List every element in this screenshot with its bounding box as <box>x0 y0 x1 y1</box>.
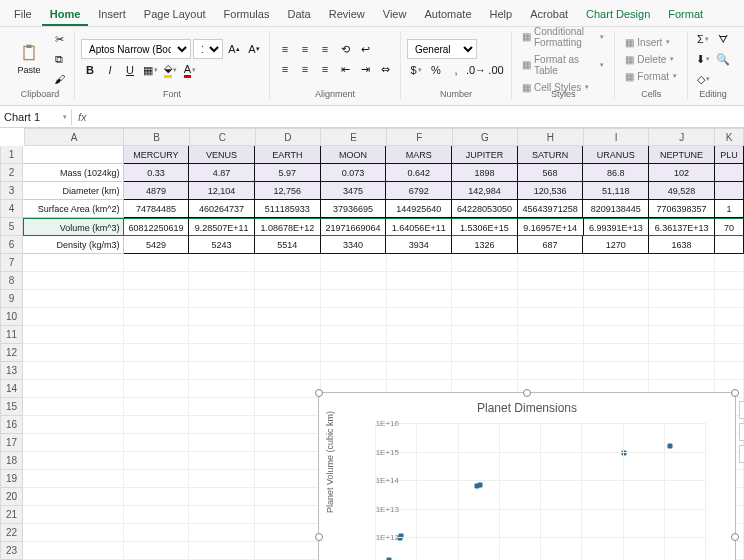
cell[interactable] <box>23 344 123 362</box>
cell[interactable]: 70 <box>715 218 744 236</box>
cell[interactable] <box>124 488 190 506</box>
cell[interactable] <box>584 272 650 290</box>
row-header-1[interactable]: 1 <box>0 146 23 164</box>
bold-button[interactable]: B <box>81 61 99 79</box>
cell[interactable] <box>387 254 453 272</box>
cell[interactable] <box>189 308 255 326</box>
cell[interactable] <box>518 308 584 326</box>
cell[interactable]: 3934 <box>386 236 452 254</box>
cell[interactable]: 64228053050 <box>452 200 518 218</box>
cell[interactable]: 12,756 <box>255 182 321 200</box>
cell[interactable] <box>23 254 123 272</box>
cell[interactable]: SATURN <box>518 146 584 164</box>
cell[interactable] <box>649 272 715 290</box>
cell[interactable] <box>321 290 387 308</box>
data-point[interactable] <box>667 444 672 449</box>
cell[interactable]: 0.073 <box>321 164 387 182</box>
cell[interactable] <box>255 254 321 272</box>
cell[interactable] <box>23 308 123 326</box>
cell[interactable] <box>584 362 650 380</box>
cell[interactable]: MOON <box>321 146 387 164</box>
cell[interactable]: 1326 <box>452 236 518 254</box>
row-header-5[interactable]: 5 <box>0 218 23 236</box>
percent-button[interactable]: % <box>427 61 445 79</box>
cell[interactable]: 5.97 <box>255 164 321 182</box>
cell[interactable] <box>321 362 387 380</box>
chart-elements-button[interactable]: + <box>739 401 744 419</box>
cell[interactable]: NEPTUNE <box>649 146 715 164</box>
cell[interactable]: 4879 <box>124 182 190 200</box>
cell[interactable] <box>124 524 190 542</box>
cell[interactable] <box>255 452 321 470</box>
row-header-11[interactable]: 11 <box>0 326 23 344</box>
cell[interactable] <box>452 272 518 290</box>
row-label[interactable]: Density (kg/m3) <box>23 236 123 254</box>
row-header-4[interactable]: 4 <box>0 200 23 218</box>
row-header-19[interactable]: 19 <box>0 470 23 488</box>
worksheet-grid[interactable]: ABCDEFGHIJK 1MERCURYVENUSEARTHMOONMARSJU… <box>0 128 744 560</box>
cell[interactable] <box>321 254 387 272</box>
cell[interactable] <box>189 416 255 434</box>
cell[interactable] <box>518 326 584 344</box>
align-top-button[interactable]: ≡ <box>276 40 294 58</box>
cell[interactable] <box>518 254 584 272</box>
tab-formulas[interactable]: Formulas <box>216 4 278 26</box>
cell[interactable] <box>23 452 123 470</box>
clear-button[interactable]: ◇▾ <box>694 70 712 88</box>
tab-insert[interactable]: Insert <box>90 4 134 26</box>
cell[interactable] <box>649 362 715 380</box>
accounting-format-button[interactable]: $▾ <box>407 61 425 79</box>
tab-page-layout[interactable]: Page Layout <box>136 4 214 26</box>
chart-styles-button[interactable]: 🖌 <box>739 423 744 441</box>
row-label[interactable]: Volume (km^3) <box>23 218 123 236</box>
cell[interactable] <box>189 452 255 470</box>
merge-button[interactable]: ⇔ <box>376 60 394 78</box>
cell[interactable] <box>255 344 321 362</box>
data-point[interactable] <box>475 483 480 488</box>
cell[interactable] <box>23 272 123 290</box>
tab-automate[interactable]: Automate <box>416 4 479 26</box>
column-header-C[interactable]: C <box>190 128 256 146</box>
cell[interactable]: 1.08678E+12 <box>255 218 321 236</box>
cell[interactable] <box>23 524 123 542</box>
column-header-I[interactable]: I <box>584 128 650 146</box>
cell[interactable] <box>715 182 744 200</box>
cell[interactable] <box>452 308 518 326</box>
fx-icon[interactable]: fx <box>72 111 93 123</box>
cell[interactable] <box>23 326 123 344</box>
column-header-J[interactable]: J <box>649 128 715 146</box>
cell[interactable] <box>584 254 650 272</box>
cell[interactable] <box>649 344 715 362</box>
row-header-21[interactable]: 21 <box>0 506 23 524</box>
cell[interactable]: 4.87 <box>189 164 255 182</box>
cell[interactable]: 142,984 <box>452 182 518 200</box>
column-header-B[interactable]: B <box>124 128 190 146</box>
cell[interactable] <box>255 290 321 308</box>
cell[interactable] <box>189 398 255 416</box>
cell[interactable] <box>518 290 584 308</box>
y-axis-label[interactable]: Planet Volume (cubic km) <box>325 411 335 513</box>
cell[interactable] <box>23 416 123 434</box>
cell[interactable]: 37936695 <box>321 200 387 218</box>
resize-handle-ne[interactable] <box>731 389 739 397</box>
row-header-3[interactable]: 3 <box>0 182 23 200</box>
cell[interactable]: MARS <box>386 146 452 164</box>
cell[interactable]: 5429 <box>124 236 190 254</box>
cell[interactable]: 460264737 <box>189 200 255 218</box>
cell[interactable] <box>255 542 321 560</box>
cell[interactable] <box>649 290 715 308</box>
comma-button[interactable]: , <box>447 61 465 79</box>
cell[interactable] <box>255 380 321 398</box>
font-color-button[interactable]: A▾ <box>181 61 199 79</box>
decrease-decimal-button[interactable]: .00 <box>487 61 505 79</box>
cell[interactable] <box>189 434 255 452</box>
align-right-button[interactable]: ≡ <box>316 60 334 78</box>
format-cells-button[interactable]: ▦ Format ▾ <box>621 69 681 84</box>
cell[interactable] <box>255 488 321 506</box>
cell[interactable] <box>255 470 321 488</box>
row-label[interactable]: Mass (1024kg) <box>23 164 123 182</box>
cell[interactable] <box>452 362 518 380</box>
cell[interactable] <box>387 362 453 380</box>
cell[interactable] <box>189 344 255 362</box>
cell[interactable] <box>124 452 190 470</box>
